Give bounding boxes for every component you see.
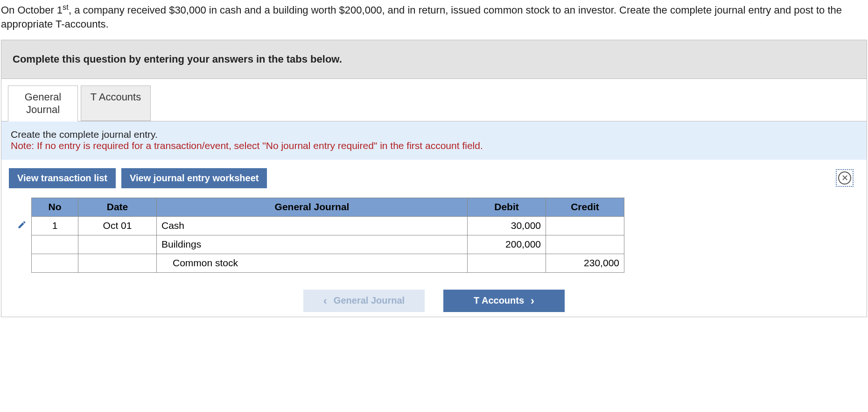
cell-credit[interactable] xyxy=(546,216,624,235)
cell-no[interactable] xyxy=(32,235,78,254)
pencil-icon xyxy=(17,220,27,229)
cell-no[interactable]: 1 xyxy=(32,216,78,235)
tabs-row: GeneralJournal T Accounts xyxy=(1,79,867,121)
controls-row: View transaction list View journal entry… xyxy=(1,160,867,192)
cell-credit[interactable]: 230,000 xyxy=(546,254,624,272)
header-general-journal: General Journal xyxy=(157,198,468,216)
header-no: No xyxy=(32,198,78,216)
close-icon: ✕ xyxy=(838,171,851,185)
instructions-bar: Complete this question by entering your … xyxy=(1,40,867,79)
table-header-row: No Date General Journal Debit Credit xyxy=(13,198,624,216)
header-date: Date xyxy=(78,198,157,216)
question-body: On October 1st, a company received $30,0… xyxy=(1,4,842,30)
cell-credit[interactable] xyxy=(546,235,624,254)
table-row: Common stock230,000 xyxy=(13,254,624,272)
chevron-left-icon: ‹ xyxy=(323,295,327,306)
table-row: 1Oct 01Cash30,000 xyxy=(13,216,624,235)
cell-date[interactable] xyxy=(78,235,157,254)
cell-account[interactable]: Common stock xyxy=(157,254,468,272)
tab-general-journal[interactable]: GeneralJournal xyxy=(8,85,78,121)
cell-debit[interactable]: 30,000 xyxy=(468,216,546,235)
exercise-container: Complete this question by entering your … xyxy=(1,40,867,317)
tab-t-accounts[interactable]: T Accounts xyxy=(81,85,151,121)
tab-label: T Accounts xyxy=(91,91,141,103)
edit-row-button[interactable] xyxy=(13,216,32,235)
cell-account[interactable]: Buildings xyxy=(157,235,468,254)
next-t-accounts-button[interactable]: T Accounts › xyxy=(443,290,565,312)
cell-date[interactable] xyxy=(78,254,157,272)
cell-date[interactable]: Oct 01 xyxy=(78,216,157,235)
header-credit: Credit xyxy=(546,198,624,216)
cell-no[interactable] xyxy=(32,254,78,272)
prev-general-journal-button[interactable]: ‹ General Journal xyxy=(303,290,425,312)
header-debit: Debit xyxy=(468,198,546,216)
journal-table: No Date General Journal Debit Credit 1Oc… xyxy=(13,198,624,273)
close-button[interactable]: ✕ xyxy=(836,169,854,187)
chevron-right-icon: › xyxy=(531,295,534,306)
tab-label: GeneralJournal xyxy=(25,91,61,116)
panel-prompt: Create the complete journal entry. xyxy=(11,129,857,140)
table-row: Buildings200,000 xyxy=(13,235,624,254)
view-transaction-list-button[interactable]: View transaction list xyxy=(9,168,116,188)
cell-debit[interactable] xyxy=(468,254,546,272)
question-text: On October 1st, a company received $30,0… xyxy=(0,0,868,40)
view-journal-worksheet-button[interactable]: View journal entry worksheet xyxy=(121,168,267,188)
panel-note: Note: If no entry is required for a tran… xyxy=(11,140,857,151)
next-label: T Accounts xyxy=(474,295,524,306)
cell-account[interactable]: Cash xyxy=(157,216,468,235)
footer-nav: ‹ General Journal T Accounts › xyxy=(1,281,867,317)
tab-panel: Create the complete journal entry. Note:… xyxy=(1,121,867,160)
journal-table-wrap: No Date General Journal Debit Credit 1Oc… xyxy=(1,192,867,281)
cell-debit[interactable]: 200,000 xyxy=(468,235,546,254)
prev-label: General Journal xyxy=(334,295,405,306)
